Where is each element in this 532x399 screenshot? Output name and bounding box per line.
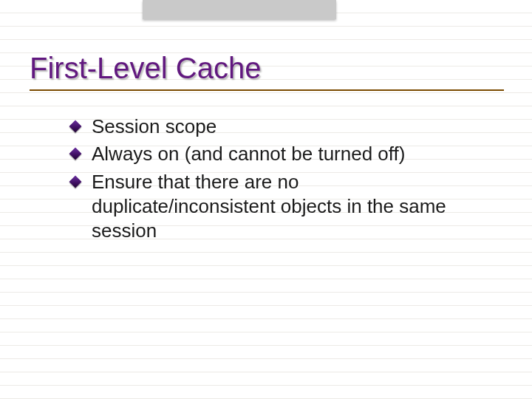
- list-item: Always on (and cannot be turned off): [71, 142, 485, 166]
- list-item: Ensure that there are no duplicate/incon…: [71, 170, 485, 244]
- bullet-list: Session scope Always on (and cannot be t…: [30, 115, 485, 243]
- slide: First-Level Cache Session scope Always o…: [0, 0, 532, 243]
- slide-title: First-Level Cache: [30, 52, 502, 85]
- title-underline: [30, 89, 504, 91]
- list-item: Session scope: [71, 115, 485, 139]
